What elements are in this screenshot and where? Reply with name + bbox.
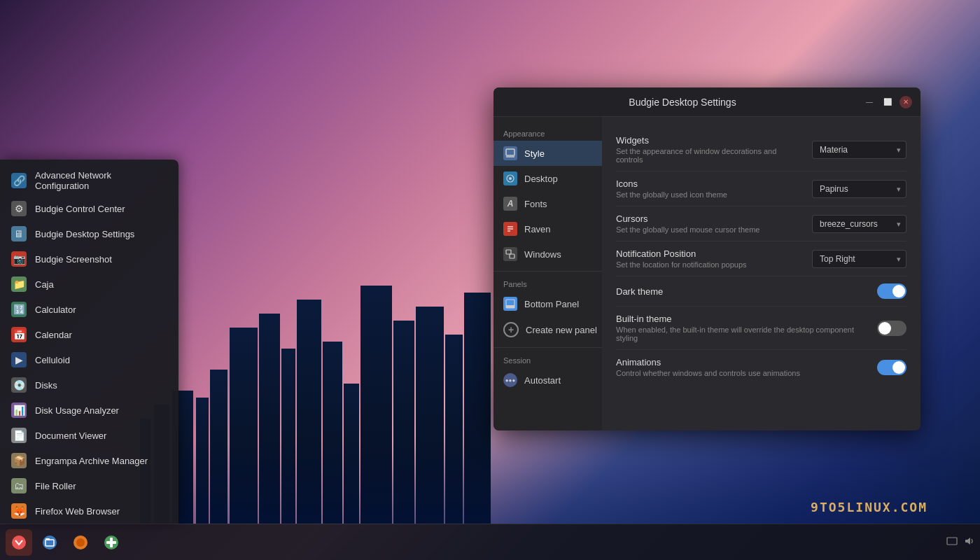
raven-label: Raven (524, 224, 551, 234)
maximize-button[interactable]: ⬜ (881, 96, 894, 108)
taskbar-files-button[interactable] (36, 529, 63, 556)
svg-point-13 (43, 536, 57, 550)
cursors-label: Cursors Set the globally used mouse curs… (616, 214, 805, 234)
app-icon-caja: 📁 (11, 276, 27, 292)
volume-icon (963, 536, 974, 549)
dark-theme-row: Dark theme (616, 276, 906, 307)
sidebar-item-windows[interactable]: Windows (493, 241, 602, 267)
window-body: Appearance Style Desktop A Fonts (493, 117, 920, 430)
svg-point-12 (12, 536, 26, 550)
app-icon-budgie-desktop: 🖥 (11, 226, 27, 241)
sidebar-item-style[interactable]: Style (493, 141, 602, 166)
app-icon-budgie-control: ⚙ (11, 201, 27, 216)
app-icon-budgie-screenshot: 📷 (11, 251, 27, 267)
animations-toggle[interactable] (877, 360, 906, 375)
builtin-theme-label: Built-in theme When enabled, the built-i… (616, 314, 870, 342)
widgets-dropdown[interactable]: Materia (812, 141, 906, 159)
dark-theme-title: Dark theme (616, 286, 870, 297)
icons-title: Icons (616, 178, 805, 189)
sidebar-item-fonts[interactable]: A Fonts (493, 191, 602, 216)
app-menu-item-budgie-control[interactable]: ⚙ Budgie Control Center (0, 196, 178, 221)
settings-sidebar: Appearance Style Desktop A Fonts (493, 117, 602, 430)
app-menu-item-disks[interactable]: 💿 Disks (0, 372, 178, 398)
appearance-section-label: Appearance (493, 125, 602, 141)
dark-theme-label: Dark theme (616, 286, 870, 297)
window-controls: — ⬜ ✕ (863, 96, 912, 108)
svg-rect-20 (110, 538, 113, 547)
taskbar-control-button[interactable] (98, 529, 125, 556)
app-menu-item-calculator[interactable]: 🔢 Calculator (0, 297, 178, 322)
app-menu-item-disk-usage[interactable]: 📊 Disk Usage Analyzer (0, 398, 178, 423)
icons-dropdown[interactable]: Papirus (812, 180, 906, 198)
sidebar-item-bottom-panel[interactable]: Bottom Panel (493, 291, 602, 316)
raven-icon (503, 222, 517, 236)
app-menu-item-calendar[interactable]: 📅 Calendar (0, 322, 178, 347)
app-menu-item-budgie-screenshot[interactable]: 📷 Budgie Screenshot (0, 246, 178, 272)
app-menu-item-file-roller[interactable]: 🗂 File Roller (0, 473, 178, 498)
app-menu-item-budgie-desktop[interactable]: 🖥 Budgie Desktop Settings (0, 221, 178, 246)
sidebar-item-autostart[interactable]: ●●● Autostart (493, 368, 602, 393)
app-menu-item-firefox[interactable]: 🦊 Firefox Web Browser (0, 498, 178, 524)
dark-theme-knob (892, 285, 905, 298)
cursors-row: Cursors Set the globally used mouse curs… (616, 206, 906, 241)
app-menu-item-engrampa[interactable]: 📦 Engrampa Archive Manager (0, 448, 178, 473)
settings-window: Budgie Desktop Settings — ⬜ ✕ Appearance… (493, 88, 920, 430)
cursors-dropdown-wrapper[interactable]: breeze_cursors (812, 215, 906, 233)
app-label-disk-usage: Disk Usage Analyzer (35, 405, 119, 416)
notif-pos-row: Notification Position Set the location f… (616, 241, 906, 276)
window-title: Budgie Desktop Settings (502, 97, 863, 108)
app-icon-disk-usage: 📊 (11, 402, 27, 418)
app-label-budgie-control: Budgie Control Center (35, 204, 125, 214)
session-section-label: Session (493, 352, 602, 368)
app-menu-item-caja[interactable]: 📁 Caja (0, 272, 178, 297)
icons-dropdown-wrapper[interactable]: Papirus (812, 180, 906, 198)
svg-point-3 (509, 177, 512, 180)
minimize-button[interactable]: — (863, 96, 876, 108)
app-icon-advanced-network: 🔗 (11, 173, 27, 188)
app-label-firefox: Firefox Web Browser (35, 506, 120, 517)
icons-label: Icons Set the globally used icon theme (616, 178, 805, 199)
notif-pos-label: Notification Position Set the location f… (616, 248, 805, 269)
autostart-icon: ●●● (503, 373, 517, 387)
app-icon-document: 📄 (11, 428, 27, 443)
builtin-theme-toggle[interactable] (877, 321, 906, 336)
app-icon-firefox: 🦊 (11, 503, 27, 519)
app-label-budgie-screenshot: Budgie Screenshot (35, 254, 112, 265)
animations-title: Animations (616, 357, 870, 368)
settings-content: Widgets Set the appearance of window dec… (602, 117, 920, 430)
window-titlebar: Budgie Desktop Settings — ⬜ ✕ (493, 88, 920, 117)
app-menu-item-document[interactable]: 📄 Document Viewer (0, 423, 178, 448)
sidebar-divider-2 (493, 347, 602, 348)
notif-pos-dropdown-wrapper[interactable]: Top Right (812, 250, 906, 268)
create-panel-item[interactable]: + Create new panel (493, 316, 602, 343)
sidebar-item-raven[interactable]: Raven (493, 216, 602, 241)
sidebar-item-desktop[interactable]: Desktop (493, 166, 602, 191)
svg-rect-0 (506, 149, 514, 155)
widgets-dropdown-wrapper[interactable]: Materia (812, 141, 906, 159)
app-menu-item-celluloid[interactable]: ▶ Celluloid (0, 347, 178, 372)
svg-point-17 (76, 538, 85, 547)
svg-rect-21 (947, 538, 957, 545)
app-icon-celluloid: ▶ (11, 352, 27, 368)
taskbar (0, 524, 980, 560)
app-menu-item-advanced-network[interactable]: 🔗 Advanced Network Configuration (0, 165, 178, 196)
app-label-engrampa: Engrampa Archive Manager (35, 456, 148, 466)
taskbar-menu-button[interactable] (6, 529, 32, 556)
close-button[interactable]: ✕ (899, 96, 912, 108)
svg-rect-11 (506, 305, 514, 308)
notif-pos-dropdown[interactable]: Top Right (812, 250, 906, 268)
windows-label: Windows (524, 249, 561, 260)
taskbar-browser-button[interactable] (67, 529, 94, 556)
animations-knob (892, 361, 905, 374)
builtin-theme-title: Built-in theme (616, 314, 870, 324)
cursors-desc: Set the globally used mouse cursor theme (616, 225, 805, 234)
cursors-dropdown[interactable]: breeze_cursors (812, 215, 906, 233)
widgets-label: Widgets Set the appearance of window dec… (616, 135, 805, 164)
notif-pos-desc: Set the location for notification popups (616, 260, 805, 269)
windows-icon (503, 247, 517, 261)
add-panel-icon: + (503, 322, 519, 337)
dark-theme-toggle[interactable] (877, 284, 906, 299)
svg-rect-15 (46, 538, 50, 540)
app-icon-calculator: 🔢 (11, 302, 27, 317)
style-icon (503, 146, 517, 160)
